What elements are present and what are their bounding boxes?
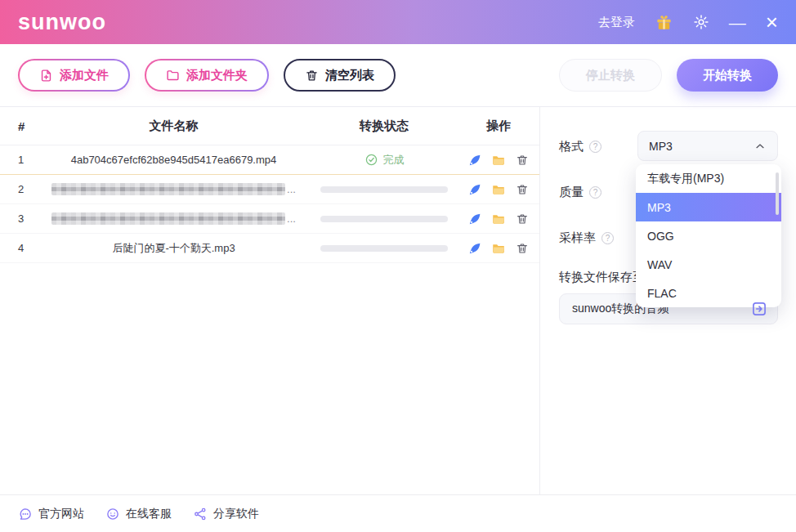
masked-file-name [51, 183, 285, 195]
app-logo: sunwoo [18, 10, 106, 35]
masked-file-name [51, 212, 285, 225]
column-status: 转换状态 [311, 118, 458, 134]
minimize-button[interactable]: — [729, 14, 746, 31]
add-folder-icon [166, 69, 180, 83]
preview-icon[interactable] [467, 153, 482, 168]
open-folder-icon[interactable] [491, 182, 506, 197]
progress-bar [320, 186, 448, 193]
official-website-label: 官方网站 [38, 507, 84, 521]
header-actions: 去登录 — × [598, 11, 778, 33]
stop-convert-button[interactable]: 停止转换 [559, 59, 662, 92]
format-label: 格式 [559, 139, 584, 154]
dropdown-option-mp3[interactable]: MP3 [636, 193, 781, 221]
trash-icon [305, 69, 319, 83]
stop-convert-label: 停止转换 [586, 68, 635, 83]
file-name: 4ab704c67efcf62b8e945d5417ea6679.mp4 [71, 154, 277, 166]
clear-list-button[interactable]: 清空列表 [284, 59, 396, 92]
progress-bar [320, 216, 448, 222]
format-dropdown: 车载专用(MP3) MP3 OGG WAV FLAC [636, 164, 781, 307]
file-list: 1 4ab704c67efcf62b8e945d5417ea6679.mp4 完… [0, 145, 539, 263]
gear-icon[interactable] [693, 14, 709, 30]
sample-rate-label-row: 采样率 ? [559, 230, 614, 246]
clear-list-label: 清空列表 [325, 68, 374, 83]
format-select[interactable]: MP3 [637, 131, 778, 161]
dropdown-option-ogg[interactable]: OGG [636, 221, 781, 250]
save-to-label: 转换文件保存至 [559, 270, 645, 285]
add-file-button[interactable]: 添加文件 [18, 59, 130, 92]
row-index: 4 [0, 242, 37, 254]
delete-icon[interactable] [515, 241, 530, 256]
chat-bubble-icon [18, 507, 33, 521]
open-folder-icon[interactable] [491, 241, 506, 256]
format-help-icon[interactable]: ? [589, 141, 601, 153]
open-folder-icon[interactable] [491, 153, 506, 168]
gift-icon[interactable] [655, 13, 673, 32]
column-index: # [0, 119, 37, 133]
delete-icon[interactable] [515, 153, 530, 168]
table-header: # 文件名称 转换状态 操作 [0, 107, 539, 145]
add-folder-label: 添加文件夹 [186, 68, 248, 83]
panel-divider [539, 107, 540, 494]
dropdown-scrollbar[interactable] [776, 172, 779, 215]
official-website-link[interactable]: 官方网站 [18, 507, 84, 521]
share-app-label: 分享软件 [213, 507, 259, 521]
toolbar: 添加文件 添加文件夹 清空列表 停止转换 开始转换 [0, 44, 796, 107]
column-actions: 操作 [458, 118, 539, 134]
table-row: 1 4ab704c67efcf62b8e945d5417ea6679.mp4 完… [0, 145, 539, 175]
table-row: 3 ... [0, 204, 539, 234]
chevron-up-icon [754, 140, 767, 153]
sample-rate-help-icon[interactable]: ? [601, 232, 614, 244]
masked-name-suffix: ... [287, 212, 296, 225]
check-circle-icon [364, 153, 378, 167]
footer: 官方网站 在线客服 分享软件 [0, 494, 796, 532]
headset-face-icon [105, 507, 120, 521]
sample-rate-label: 采样率 [559, 230, 596, 246]
preview-icon[interactable] [467, 241, 482, 256]
add-file-icon [39, 69, 53, 83]
row-index: 3 [0, 212, 37, 225]
delete-icon[interactable] [515, 212, 530, 226]
row-index: 1 [0, 154, 37, 166]
online-service-link[interactable]: 在线客服 [105, 507, 172, 521]
quality-label-row: 质量 ? [559, 185, 601, 200]
file-name: 后陡门的夏-十个勤天.mp3 [112, 241, 235, 256]
login-link[interactable]: 去登录 [598, 15, 635, 30]
start-convert-button[interactable]: 开始转换 [677, 59, 778, 92]
table-row: 2 ... [0, 175, 539, 204]
title-bar: sunwoo 去登录 — × [0, 0, 796, 44]
delete-icon[interactable] [515, 182, 530, 197]
format-label-row: 格式 ? [559, 139, 601, 154]
add-folder-button[interactable]: 添加文件夹 [145, 59, 269, 92]
add-file-label: 添加文件 [60, 68, 109, 83]
close-button[interactable]: × [766, 11, 778, 33]
open-folder-icon[interactable] [491, 212, 506, 226]
status-text: 完成 [383, 153, 405, 168]
row-index: 2 [0, 183, 37, 195]
progress-bar [320, 245, 448, 252]
column-name: 文件名称 [37, 118, 311, 134]
dropdown-option-wav[interactable]: WAV [636, 250, 781, 279]
preview-icon[interactable] [467, 182, 482, 197]
online-service-label: 在线客服 [126, 507, 172, 521]
table-row: 4 后陡门的夏-十个勤天.mp3 [0, 234, 539, 263]
browse-folder-icon[interactable] [751, 301, 767, 317]
quality-label: 质量 [559, 185, 584, 200]
share-nodes-icon [193, 507, 208, 521]
start-convert-label: 开始转换 [703, 68, 752, 83]
quality-help-icon[interactable]: ? [589, 186, 601, 199]
preview-icon[interactable] [467, 212, 482, 226]
share-app-link[interactable]: 分享软件 [193, 507, 259, 521]
masked-name-suffix: ... [287, 183, 296, 195]
dropdown-option-car-mp3[interactable]: 车载专用(MP3) [636, 164, 781, 193]
format-value: MP3 [649, 140, 673, 153]
